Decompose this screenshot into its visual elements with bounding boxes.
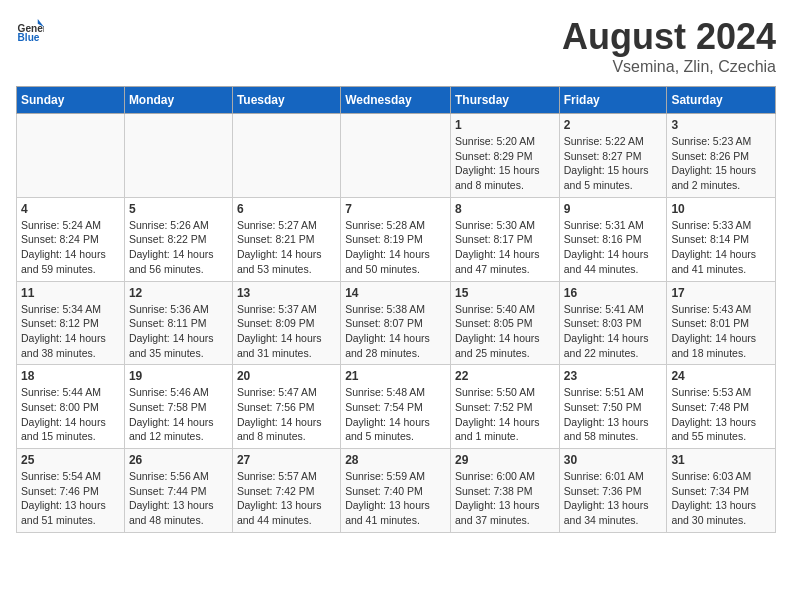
calendar-cell: 19Sunrise: 5:46 AMSunset: 7:58 PMDayligh… (124, 365, 232, 449)
page-subtitle: Vsemina, Zlin, Czechia (562, 58, 776, 76)
day-info: Sunrise: 5:43 AMSunset: 8:01 PMDaylight:… (671, 302, 771, 361)
calendar-cell: 11Sunrise: 5:34 AMSunset: 8:12 PMDayligh… (17, 281, 125, 365)
day-number: 23 (564, 369, 663, 383)
calendar-cell: 18Sunrise: 5:44 AMSunset: 8:00 PMDayligh… (17, 365, 125, 449)
day-number: 29 (455, 453, 555, 467)
calendar-cell: 7Sunrise: 5:28 AMSunset: 8:19 PMDaylight… (341, 197, 451, 281)
calendar-cell: 21Sunrise: 5:48 AMSunset: 7:54 PMDayligh… (341, 365, 451, 449)
day-number: 13 (237, 286, 336, 300)
calendar-cell: 9Sunrise: 5:31 AMSunset: 8:16 PMDaylight… (559, 197, 667, 281)
day-info: Sunrise: 5:23 AMSunset: 8:26 PMDaylight:… (671, 134, 771, 193)
calendar-cell: 14Sunrise: 5:38 AMSunset: 8:07 PMDayligh… (341, 281, 451, 365)
day-info: Sunrise: 5:24 AMSunset: 8:24 PMDaylight:… (21, 218, 120, 277)
day-number: 17 (671, 286, 771, 300)
calendar-cell: 15Sunrise: 5:40 AMSunset: 8:05 PMDayligh… (450, 281, 559, 365)
day-info: Sunrise: 5:47 AMSunset: 7:56 PMDaylight:… (237, 385, 336, 444)
calendar-cell: 27Sunrise: 5:57 AMSunset: 7:42 PMDayligh… (232, 449, 340, 533)
day-info: Sunrise: 5:41 AMSunset: 8:03 PMDaylight:… (564, 302, 663, 361)
day-number: 14 (345, 286, 446, 300)
day-info: Sunrise: 5:57 AMSunset: 7:42 PMDaylight:… (237, 469, 336, 528)
day-number: 24 (671, 369, 771, 383)
calendar-cell: 30Sunrise: 6:01 AMSunset: 7:36 PMDayligh… (559, 449, 667, 533)
day-info: Sunrise: 5:30 AMSunset: 8:17 PMDaylight:… (455, 218, 555, 277)
calendar-cell (341, 114, 451, 198)
calendar-week-row: 25Sunrise: 5:54 AMSunset: 7:46 PMDayligh… (17, 449, 776, 533)
day-info: Sunrise: 5:54 AMSunset: 7:46 PMDaylight:… (21, 469, 120, 528)
calendar-cell (17, 114, 125, 198)
day-info: Sunrise: 5:22 AMSunset: 8:27 PMDaylight:… (564, 134, 663, 193)
calendar-cell (232, 114, 340, 198)
col-monday: Monday (124, 87, 232, 114)
calendar-week-row: 11Sunrise: 5:34 AMSunset: 8:12 PMDayligh… (17, 281, 776, 365)
day-number: 16 (564, 286, 663, 300)
col-sunday: Sunday (17, 87, 125, 114)
day-info: Sunrise: 5:44 AMSunset: 8:00 PMDaylight:… (21, 385, 120, 444)
day-info: Sunrise: 5:46 AMSunset: 7:58 PMDaylight:… (129, 385, 228, 444)
day-number: 15 (455, 286, 555, 300)
calendar-cell: 26Sunrise: 5:56 AMSunset: 7:44 PMDayligh… (124, 449, 232, 533)
day-info: Sunrise: 5:33 AMSunset: 8:14 PMDaylight:… (671, 218, 771, 277)
day-number: 30 (564, 453, 663, 467)
calendar-cell: 3Sunrise: 5:23 AMSunset: 8:26 PMDaylight… (667, 114, 776, 198)
day-number: 28 (345, 453, 446, 467)
col-thursday: Thursday (450, 87, 559, 114)
col-saturday: Saturday (667, 87, 776, 114)
logo: General Blue (16, 16, 44, 44)
calendar-cell: 31Sunrise: 6:03 AMSunset: 7:34 PMDayligh… (667, 449, 776, 533)
calendar-cell: 12Sunrise: 5:36 AMSunset: 8:11 PMDayligh… (124, 281, 232, 365)
day-number: 27 (237, 453, 336, 467)
calendar-cell (124, 114, 232, 198)
calendar-cell: 24Sunrise: 5:53 AMSunset: 7:48 PMDayligh… (667, 365, 776, 449)
day-info: Sunrise: 5:59 AMSunset: 7:40 PMDaylight:… (345, 469, 446, 528)
day-info: Sunrise: 5:50 AMSunset: 7:52 PMDaylight:… (455, 385, 555, 444)
day-info: Sunrise: 6:00 AMSunset: 7:38 PMDaylight:… (455, 469, 555, 528)
day-info: Sunrise: 5:36 AMSunset: 8:11 PMDaylight:… (129, 302, 228, 361)
day-number: 18 (21, 369, 120, 383)
calendar-cell: 5Sunrise: 5:26 AMSunset: 8:22 PMDaylight… (124, 197, 232, 281)
title-block: August 2024 Vsemina, Zlin, Czechia (562, 16, 776, 76)
calendar-week-row: 18Sunrise: 5:44 AMSunset: 8:00 PMDayligh… (17, 365, 776, 449)
calendar-cell: 8Sunrise: 5:30 AMSunset: 8:17 PMDaylight… (450, 197, 559, 281)
day-number: 8 (455, 202, 555, 216)
day-info: Sunrise: 5:26 AMSunset: 8:22 PMDaylight:… (129, 218, 228, 277)
col-wednesday: Wednesday (341, 87, 451, 114)
svg-text:Blue: Blue (18, 32, 40, 43)
day-info: Sunrise: 5:53 AMSunset: 7:48 PMDaylight:… (671, 385, 771, 444)
header-row: Sunday Monday Tuesday Wednesday Thursday… (17, 87, 776, 114)
calendar-cell: 13Sunrise: 5:37 AMSunset: 8:09 PMDayligh… (232, 281, 340, 365)
day-number: 4 (21, 202, 120, 216)
calendar-table: Sunday Monday Tuesday Wednesday Thursday… (16, 86, 776, 533)
day-info: Sunrise: 5:31 AMSunset: 8:16 PMDaylight:… (564, 218, 663, 277)
day-info: Sunrise: 6:01 AMSunset: 7:36 PMDaylight:… (564, 469, 663, 528)
calendar-cell: 23Sunrise: 5:51 AMSunset: 7:50 PMDayligh… (559, 365, 667, 449)
day-number: 5 (129, 202, 228, 216)
calendar-cell: 25Sunrise: 5:54 AMSunset: 7:46 PMDayligh… (17, 449, 125, 533)
day-number: 26 (129, 453, 228, 467)
calendar-body: 1Sunrise: 5:20 AMSunset: 8:29 PMDaylight… (17, 114, 776, 533)
day-number: 19 (129, 369, 228, 383)
calendar-cell: 22Sunrise: 5:50 AMSunset: 7:52 PMDayligh… (450, 365, 559, 449)
calendar-week-row: 1Sunrise: 5:20 AMSunset: 8:29 PMDaylight… (17, 114, 776, 198)
day-number: 1 (455, 118, 555, 132)
calendar-cell: 1Sunrise: 5:20 AMSunset: 8:29 PMDaylight… (450, 114, 559, 198)
day-number: 21 (345, 369, 446, 383)
day-info: Sunrise: 5:34 AMSunset: 8:12 PMDaylight:… (21, 302, 120, 361)
calendar-cell: 17Sunrise: 5:43 AMSunset: 8:01 PMDayligh… (667, 281, 776, 365)
page-header: General Blue August 2024 Vsemina, Zlin, … (16, 16, 776, 76)
day-number: 10 (671, 202, 771, 216)
calendar-cell: 4Sunrise: 5:24 AMSunset: 8:24 PMDaylight… (17, 197, 125, 281)
day-number: 3 (671, 118, 771, 132)
day-info: Sunrise: 5:56 AMSunset: 7:44 PMDaylight:… (129, 469, 228, 528)
day-info: Sunrise: 5:40 AMSunset: 8:05 PMDaylight:… (455, 302, 555, 361)
day-number: 9 (564, 202, 663, 216)
day-info: Sunrise: 5:28 AMSunset: 8:19 PMDaylight:… (345, 218, 446, 277)
day-info: Sunrise: 5:27 AMSunset: 8:21 PMDaylight:… (237, 218, 336, 277)
calendar-week-row: 4Sunrise: 5:24 AMSunset: 8:24 PMDaylight… (17, 197, 776, 281)
col-tuesday: Tuesday (232, 87, 340, 114)
day-info: Sunrise: 5:38 AMSunset: 8:07 PMDaylight:… (345, 302, 446, 361)
day-info: Sunrise: 5:20 AMSunset: 8:29 PMDaylight:… (455, 134, 555, 193)
day-number: 31 (671, 453, 771, 467)
calendar-cell: 28Sunrise: 5:59 AMSunset: 7:40 PMDayligh… (341, 449, 451, 533)
day-number: 22 (455, 369, 555, 383)
day-number: 11 (21, 286, 120, 300)
